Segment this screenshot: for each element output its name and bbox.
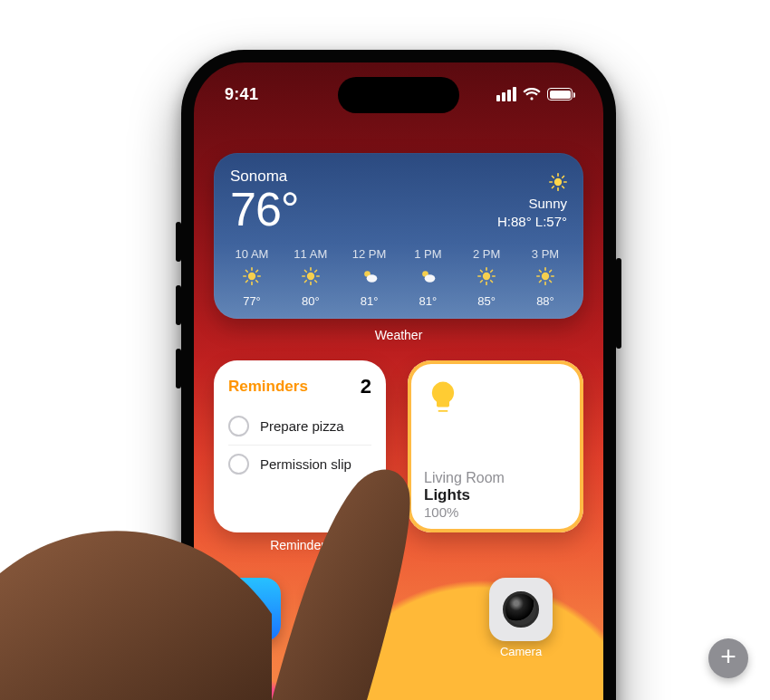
forecast-temp: 88° — [536, 294, 554, 308]
sun-icon — [243, 267, 261, 288]
svg-point-9 — [248, 273, 255, 280]
weather-current-temp: 76° — [230, 186, 299, 233]
sun-cloud-icon — [419, 267, 437, 288]
sun-icon — [549, 173, 567, 191]
forecast-hour: 10 AM77° — [230, 247, 274, 308]
battery-icon — [547, 88, 573, 101]
svg-point-0 — [554, 178, 562, 186]
home-widget-label — [409, 538, 583, 552]
forecast-temp: 81° — [419, 294, 438, 308]
svg-line-23 — [304, 271, 306, 273]
svg-point-31 — [483, 273, 490, 280]
svg-line-47 — [539, 281, 541, 283]
camera-app-label: Camera — [489, 645, 553, 658]
svg-line-7 — [553, 187, 554, 188]
plus-icon: + — [720, 643, 736, 670]
svg-line-5 — [553, 177, 554, 178]
svg-line-37 — [491, 281, 493, 283]
forecast-hour: 2 PM85° — [465, 247, 508, 308]
add-button[interactable]: + — [708, 638, 748, 678]
status-time: 9:41 — [225, 85, 258, 104]
forecast-time: 1 PM — [414, 247, 441, 261]
sun-icon — [536, 267, 554, 288]
svg-line-24 — [315, 281, 317, 283]
weather-condition: Sunny — [497, 195, 567, 213]
forecast-hour: 12 PM81° — [348, 247, 391, 308]
phone-screen: 9:41 Sonoma 76° Sunny — [194, 62, 603, 700]
svg-line-26 — [315, 271, 317, 273]
forecast-time: 3 PM — [532, 247, 559, 261]
reminder-checkbox[interactable] — [228, 454, 249, 475]
reminder-item[interactable]: Permission slip — [228, 445, 371, 483]
reminders-count: 2 — [361, 375, 371, 398]
svg-line-16 — [246, 281, 248, 283]
lightbulb-icon — [424, 379, 462, 417]
reminders-list: Prepare pizzaPermission slip — [228, 408, 371, 483]
weather-widget-label: Weather — [214, 328, 583, 342]
svg-line-15 — [256, 281, 258, 283]
reminders-widget[interactable]: Reminders 2 Prepare pizzaPermission slip — [214, 360, 386, 532]
svg-line-14 — [246, 271, 248, 273]
reminders-title: Reminders — [228, 378, 308, 396]
svg-line-46 — [550, 281, 552, 283]
forecast-time: 11 AM — [294, 247, 327, 261]
cellular-signal-icon — [496, 87, 516, 101]
home-room-name: Living Room — [424, 470, 567, 486]
svg-point-28 — [366, 274, 377, 282]
home-device-name: Lights — [424, 486, 567, 504]
svg-line-38 — [481, 281, 483, 283]
forecast-temp: 77° — [243, 294, 261, 308]
forecast-hour: 3 PM88° — [524, 247, 567, 308]
forecast-temp: 85° — [477, 294, 496, 308]
reminder-item[interactable]: Prepare pizza — [228, 408, 371, 445]
forecast-hour: 1 PM81° — [406, 247, 449, 308]
svg-line-36 — [481, 271, 483, 273]
appstore-app-icon[interactable] — [217, 578, 281, 641]
reminder-checkbox[interactable] — [228, 416, 249, 436]
svg-point-30 — [425, 274, 436, 282]
forecast-time: 12 PM — [352, 247, 387, 261]
svg-line-17 — [256, 271, 258, 273]
forecast-hour: 11 AM80° — [289, 247, 332, 308]
svg-line-45 — [539, 271, 541, 273]
forecast-time: 2 PM — [473, 247, 500, 261]
forecast-temp: 81° — [361, 294, 379, 308]
weather-hourly-forecast: 10 AM77°11 AM80°12 PM81°1 PM81°2 PM85°3 … — [230, 247, 567, 308]
status-bar: 9:41 — [194, 62, 603, 115]
svg-line-48 — [550, 271, 552, 273]
reminders-widget-label: Reminders — [214, 538, 388, 552]
svg-point-18 — [307, 273, 314, 280]
phone-frame: 9:41 Sonoma 76° Sunny — [181, 50, 616, 700]
svg-point-40 — [542, 273, 549, 280]
home-brightness: 100% — [424, 504, 567, 520]
reminder-text: Prepare pizza — [260, 418, 344, 434]
reminder-text: Permission slip — [260, 456, 351, 472]
wifi-icon — [523, 88, 541, 101]
svg-line-8 — [563, 177, 564, 178]
sun-icon — [477, 267, 496, 288]
files-app-icon[interactable] — [308, 578, 371, 641]
home-light-widget[interactable]: Living Room Lights 100% — [408, 360, 583, 532]
forecast-time: 10 AM — [236, 247, 269, 261]
weather-high-low: H:88° L:57° — [497, 213, 567, 231]
sun-icon — [302, 267, 320, 288]
svg-line-39 — [491, 271, 493, 273]
weather-widget[interactable]: Sonoma 76° Sunny H:88° L:57° 10 AM77°11 … — [214, 153, 583, 319]
forecast-temp: 80° — [302, 294, 320, 308]
sun-cloud-icon — [361, 267, 379, 288]
svg-line-25 — [304, 281, 306, 283]
svg-line-6 — [563, 187, 564, 188]
camera-app-icon[interactable] — [489, 578, 553, 641]
